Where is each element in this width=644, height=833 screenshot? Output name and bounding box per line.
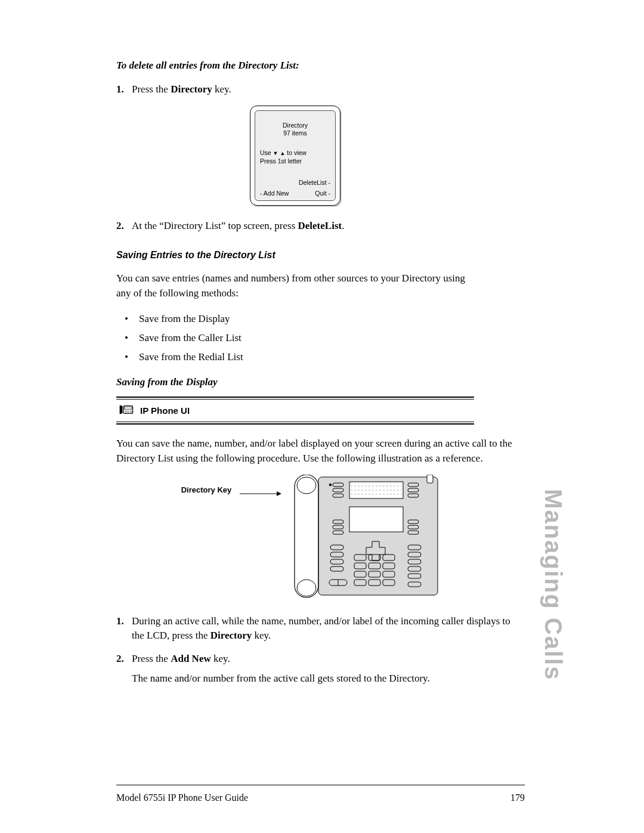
svg-point-2 bbox=[125, 411, 126, 411]
svg-point-7 bbox=[128, 413, 129, 413]
side-tab: Managing Calls bbox=[540, 489, 566, 680]
step-number: 2. bbox=[116, 652, 132, 686]
footer-left: Model 6755i IP Phone User Guide bbox=[116, 792, 248, 803]
text: Use bbox=[260, 149, 273, 156]
footer-right: 179 bbox=[510, 792, 525, 803]
text: During an active call, while the name, n… bbox=[132, 615, 510, 642]
step-number: 1. bbox=[116, 82, 132, 97]
step-body: At the “Directory List” top screen, pres… bbox=[132, 219, 474, 234]
step-a1: 1. Press the Directory key. bbox=[116, 82, 474, 97]
lcd-addnew: - Add New bbox=[260, 190, 289, 197]
text: At the “Directory List” top screen, pres… bbox=[132, 220, 298, 231]
phone-icon bbox=[119, 403, 134, 418]
ip-phone-ui-bar: IP Phone UI bbox=[116, 400, 474, 422]
sub-saving-display: Saving from the Display bbox=[116, 376, 474, 388]
section-saving-entries: Saving Entries to the Directory List bbox=[116, 250, 474, 261]
lcd-count: 97 items bbox=[260, 129, 330, 138]
list-item: Save from the Redial List bbox=[125, 348, 474, 367]
saving-display-intro: You can save the name, number, and/or la… bbox=[116, 436, 522, 466]
lcd-frame: Directory 97 items Use ▼ ▲ to view Press… bbox=[250, 106, 340, 206]
lcd-press-line: Press 1st letter bbox=[260, 157, 330, 165]
step-b1: 1. During an active call, while the name… bbox=[116, 614, 522, 643]
svg-point-17 bbox=[297, 580, 316, 596]
step-body: Press the Directory key. bbox=[132, 82, 474, 97]
page-content: To delete all entries from the Directory… bbox=[116, 60, 474, 686]
step-body: During an active call, while the name, n… bbox=[132, 614, 522, 643]
svg-point-8 bbox=[130, 411, 131, 411]
saving-intro: You can save entries (names and numbers)… bbox=[116, 271, 474, 301]
svg-rect-29 bbox=[349, 507, 403, 532]
svg-point-6 bbox=[126, 413, 127, 413]
list-item: Save from the Display bbox=[125, 309, 474, 329]
svg-point-11 bbox=[131, 413, 132, 413]
bold-text: Directory bbox=[210, 630, 252, 641]
phone-drawing bbox=[290, 475, 445, 600]
text: key. bbox=[211, 653, 230, 664]
svg-point-9 bbox=[131, 411, 132, 411]
directory-key-label: Directory Key bbox=[181, 485, 232, 494]
lcd-illustration: Directory 97 items Use ▼ ▲ to view Press… bbox=[116, 106, 474, 206]
text: key. bbox=[252, 630, 271, 641]
list-item: Save from the Caller List bbox=[125, 329, 474, 348]
rule bbox=[116, 422, 474, 425]
svg-rect-1 bbox=[125, 407, 132, 410]
phone-illustration: Directory Key bbox=[134, 475, 492, 600]
lcd-deletelist: DeleteList - bbox=[299, 179, 330, 186]
text: to view bbox=[285, 149, 306, 156]
lcd-quit: Quit - bbox=[315, 190, 330, 197]
bold-text: DeleteList bbox=[298, 220, 342, 231]
svg-point-10 bbox=[130, 413, 131, 413]
step-b2: 2. Press the Add New key. The name and/o… bbox=[116, 652, 474, 686]
lcd-title: Directory bbox=[260, 122, 330, 130]
saving-methods-list: Save from the Display Save from the Call… bbox=[125, 309, 474, 367]
bold-text: Directory bbox=[171, 83, 212, 95]
step-sub: The name and/or number from the active c… bbox=[132, 671, 474, 686]
svg-point-16 bbox=[297, 477, 316, 494]
step-number: 1. bbox=[116, 614, 132, 643]
svg-rect-15 bbox=[295, 475, 318, 597]
ipbar-label: IP Phone UI bbox=[140, 405, 190, 416]
step-body: Press the Add New key. The name and/or n… bbox=[132, 652, 474, 686]
svg-point-3 bbox=[126, 411, 127, 411]
page-footer: Model 6755i IP Phone User Guide 179 bbox=[116, 792, 525, 803]
svg-marker-13 bbox=[277, 491, 281, 496]
svg-rect-60 bbox=[427, 475, 433, 483]
text: . bbox=[342, 220, 344, 231]
heading-delete-all: To delete all entries from the Directory… bbox=[116, 60, 474, 72]
svg-point-4 bbox=[128, 411, 129, 411]
lcd-screen: Directory 97 items Use ▼ ▲ to view Press… bbox=[255, 110, 336, 201]
text: Press the bbox=[132, 653, 171, 664]
down-arrow-icon: ▼ bbox=[273, 150, 278, 156]
text: Press the bbox=[132, 83, 171, 95]
text: key. bbox=[212, 83, 231, 95]
footer-rule bbox=[116, 785, 525, 785]
arrow-icon bbox=[240, 488, 281, 499]
step-a2: 2. At the “Directory List” top screen, p… bbox=[116, 219, 474, 234]
step-number: 2. bbox=[116, 219, 132, 234]
svg-point-25 bbox=[329, 484, 332, 486]
svg-point-5 bbox=[125, 413, 126, 413]
lcd-use-line: Use ▼ ▲ to view bbox=[260, 148, 330, 157]
bold-text: Add New bbox=[171, 653, 211, 664]
